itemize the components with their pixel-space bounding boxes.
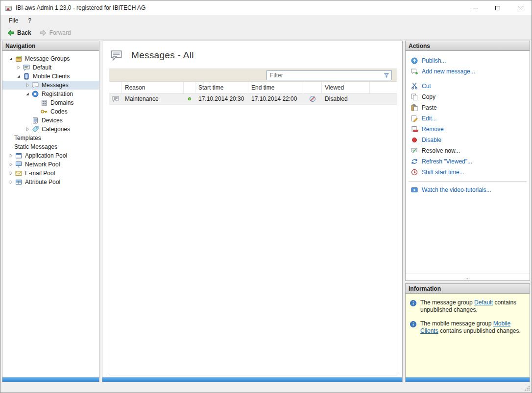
tree-item-attribute-pool[interactable]: Attribute Pool xyxy=(2,178,99,186)
cut-icon xyxy=(411,82,418,90)
message-group-icon xyxy=(23,64,30,71)
messages-table: Reason Start time End time Viewed Mainte… xyxy=(109,69,397,375)
navigation-tree: Message Groups Default Mobile Clients Me… xyxy=(2,51,99,377)
column-header-icon[interactable] xyxy=(109,82,122,93)
window-controls xyxy=(464,0,532,15)
messages-icon xyxy=(31,81,39,89)
action-label: Resolve now... xyxy=(422,147,460,154)
column-header-status[interactable] xyxy=(184,82,195,93)
chevron-down-icon[interactable] xyxy=(7,55,14,62)
chevron-right-icon[interactable] xyxy=(7,161,14,168)
codes-icon xyxy=(40,108,48,116)
forward-button[interactable]: Forward xyxy=(36,27,74,38)
actions-panel: Actions Publish... Add new message... Cu… xyxy=(405,41,530,281)
action-resolve-now[interactable]: Resolve now... xyxy=(406,145,530,156)
chevron-spacer xyxy=(24,117,31,124)
column-header-start-time[interactable]: Start time xyxy=(195,82,248,93)
chevron-right-icon[interactable] xyxy=(24,82,31,89)
tree-item-label: Default xyxy=(33,64,51,71)
action-edit[interactable]: Edit... xyxy=(406,113,530,124)
close-button[interactable] xyxy=(509,0,532,15)
info-icon xyxy=(410,300,417,307)
message-groups-icon xyxy=(15,55,23,63)
tree-item-application-pool[interactable]: Application Pool xyxy=(2,151,99,160)
titlebar: IBI-aws Admin 1.23.0 - registered for IB… xyxy=(0,0,532,15)
add-message-icon xyxy=(411,68,418,75)
actions-overflow-indicator[interactable]: ... xyxy=(406,274,530,280)
chevron-spacer xyxy=(7,135,14,141)
chevron-right-icon[interactable] xyxy=(7,179,14,185)
action-disable[interactable]: Disable xyxy=(406,135,530,145)
action-remove[interactable]: Remove xyxy=(406,124,530,135)
chevron-right-icon[interactable] xyxy=(15,64,22,71)
paste-icon xyxy=(411,104,418,112)
tree-item-email-pool[interactable]: E-mail Pool xyxy=(2,169,99,178)
action-label: Add new message... xyxy=(422,68,475,75)
action-copy[interactable]: Copy xyxy=(406,92,530,102)
table-row[interactable]: Maintenance 17.10.2014 20:30 17.10.2014 … xyxy=(109,93,397,105)
domains-icon xyxy=(40,99,48,107)
video-icon xyxy=(411,186,418,194)
back-button[interactable]: Back xyxy=(3,27,35,38)
tree-item-templates[interactable]: Templates xyxy=(2,134,99,142)
copy-icon xyxy=(411,93,418,101)
menu-help[interactable]: ? xyxy=(24,16,36,25)
messages-title-icon xyxy=(110,48,123,62)
action-refresh-viewed[interactable]: Refresh "Viewed"... xyxy=(406,156,530,167)
tree-item-label: Attribute Pool xyxy=(25,179,60,185)
tree-item-label: Static Messages xyxy=(14,143,57,150)
tree-item-mobile-clients[interactable]: Mobile Clients xyxy=(2,72,99,81)
info-link-default[interactable]: Default xyxy=(474,299,493,306)
chevron-down-icon[interactable] xyxy=(15,73,22,80)
column-header-viewed-icon[interactable] xyxy=(303,82,322,93)
action-cut[interactable]: Cut xyxy=(406,81,530,92)
filter-funnel-icon[interactable] xyxy=(383,72,390,79)
chevron-right-icon[interactable] xyxy=(7,170,14,177)
chevron-down-icon[interactable] xyxy=(24,91,31,97)
action-publish[interactable]: Publish... xyxy=(406,55,530,66)
filter-box xyxy=(266,70,392,80)
panel-bottom-accent xyxy=(406,377,530,382)
application-pool-icon xyxy=(15,152,23,160)
maximize-button[interactable] xyxy=(486,0,509,15)
tree-item-label: Mobile Clients xyxy=(33,73,70,80)
clock-icon xyxy=(411,168,418,176)
minimize-button[interactable] xyxy=(464,0,486,15)
tree-item-static-messages[interactable]: Static Messages xyxy=(2,142,99,151)
tree-item-network-pool[interactable]: Network Pool xyxy=(2,160,99,169)
chevron-right-icon[interactable] xyxy=(7,152,14,159)
menu-file[interactable]: File xyxy=(4,16,23,25)
action-label: Shift start time... xyxy=(422,169,464,176)
close-icon xyxy=(518,5,523,11)
refresh-icon xyxy=(411,158,418,165)
tree-item-codes[interactable]: Codes xyxy=(2,107,99,116)
tree-item-categories[interactable]: Categories xyxy=(2,125,99,134)
info-text-suffix: contains unpublished changes. xyxy=(438,327,521,334)
tree-item-default[interactable]: Default xyxy=(2,63,99,72)
action-watch-video-tutorials[interactable]: Watch the video-tutorials... xyxy=(406,185,530,195)
info-text: The mobile message group Mobile Clients … xyxy=(420,320,524,335)
column-header-reason[interactable]: Reason xyxy=(122,82,184,93)
resize-grip-icon[interactable] xyxy=(525,386,531,392)
maximize-icon xyxy=(495,6,500,10)
action-shift-start-time[interactable]: Shift start time... xyxy=(406,167,530,178)
tree-item-registration[interactable]: Registration xyxy=(2,90,99,98)
panel-bottom-accent xyxy=(2,377,99,382)
chevron-right-icon[interactable] xyxy=(24,126,31,133)
column-header-end-time[interactable]: End time xyxy=(248,82,303,93)
column-header-viewed[interactable]: Viewed xyxy=(322,82,370,93)
actions-header: Actions xyxy=(406,41,530,51)
action-label: Paste xyxy=(422,104,437,111)
action-add-new-message[interactable]: Add new message... xyxy=(406,66,530,77)
active-status-icon xyxy=(184,93,195,104)
message-icon xyxy=(109,93,122,104)
tree-item-devices[interactable]: Devices xyxy=(2,116,99,125)
tree-item-messages[interactable]: Messages xyxy=(2,81,99,90)
filter-input[interactable] xyxy=(270,72,383,79)
chevron-spacer xyxy=(33,99,40,106)
information-header: Information xyxy=(406,284,530,294)
action-paste[interactable]: Paste xyxy=(406,102,530,113)
tree-item-domains[interactable]: Domains xyxy=(2,98,99,107)
tree-item-message-groups[interactable]: Message Groups xyxy=(2,54,99,63)
info-icon xyxy=(410,321,417,328)
